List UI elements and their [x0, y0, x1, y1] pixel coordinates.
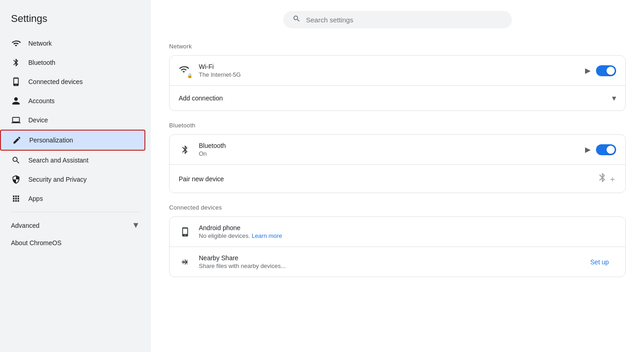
search-bar [283, 11, 512, 28]
sidebar-about-label: About ChromeOS [11, 239, 62, 247]
chevron-down-icon: ▼ [132, 221, 140, 230]
security-privacy-icon [11, 174, 21, 184]
main-content: Network 🔒 Wi-Fi The Internet-5G ▶ [151, 0, 644, 352]
add-connection-expand-icon: ▾ [612, 93, 616, 103]
pair-new-device-label: Pair new device [179, 175, 224, 183]
sidebar-item-search-assistant-label: Search and Assistant [28, 157, 89, 164]
android-phone-icon [179, 226, 192, 238]
accounts-icon [11, 96, 21, 106]
nearby-share-title: Nearby Share [199, 254, 576, 262]
sidebar-item-connected-devices[interactable]: Connected devices [0, 72, 145, 91]
app-title: Settings [0, 7, 151, 34]
nearby-share-icon [179, 256, 192, 268]
connected-devices-icon [11, 77, 21, 87]
bluetooth-icon [11, 58, 21, 68]
android-phone-text: Android phone No eligible devices. Learn… [199, 224, 616, 239]
sidebar-divider [11, 212, 140, 212]
sidebar-item-connected-devices-label: Connected devices [28, 78, 83, 85]
wifi-chevron-icon: ▶ [585, 66, 591, 75]
sidebar-item-apps[interactable]: Apps [0, 189, 145, 208]
bluetooth-chevron-icon: ▶ [585, 145, 591, 154]
android-phone-row[interactable]: Android phone No eligible devices. Learn… [170, 217, 625, 247]
bluetooth-row[interactable]: Bluetooth On ▶ [170, 135, 625, 165]
sidebar-item-network[interactable]: Network [0, 34, 145, 53]
nearby-share-subtitle-text: Share files with nearby devices... [199, 263, 286, 269]
wifi-title: Wi-Fi [199, 63, 578, 70]
bluetooth-toggle[interactable] [596, 144, 616, 155]
android-phone-subtitle-text: No eligible devices. [199, 232, 250, 239]
search-assistant-icon [11, 155, 21, 165]
add-connection-label: Add connection [179, 95, 223, 102]
sidebar-item-security-privacy[interactable]: Security and Privacy [0, 170, 145, 189]
wifi-row-right: ▶ [585, 65, 616, 76]
search-input[interactable] [306, 16, 503, 24]
wifi-toggle-slider [596, 65, 616, 76]
bluetooth-section-header: Bluetooth [169, 122, 626, 129]
nearby-share-setup-button[interactable]: Set up [583, 255, 616, 269]
bluetooth-card: Bluetooth On ▶ Pair new device [169, 134, 626, 193]
sidebar-advanced-label: Advanced [11, 222, 39, 229]
sidebar-item-bluetooth-label: Bluetooth [28, 59, 55, 66]
network-section-header: Network [169, 43, 626, 50]
bluetooth-row-right: ▶ [585, 144, 616, 155]
bluetooth-subtitle: On [199, 150, 578, 157]
bluetooth-row-text: Bluetooth On [199, 142, 578, 157]
wifi-row-icon: 🔒 [179, 64, 192, 77]
nearby-share-row-right: Set up [583, 255, 616, 269]
sidebar-item-search-assistant[interactable]: Search and Assistant [0, 151, 145, 170]
apps-icon [11, 194, 21, 204]
sidebar-item-security-privacy-label: Security and Privacy [28, 176, 87, 183]
android-phone-learn-more-link[interactable]: Learn more [252, 232, 282, 239]
android-phone-title: Android phone [199, 224, 616, 231]
sidebar-item-personalization-label: Personalization [29, 137, 73, 144]
sidebar: Settings Network Bluetooth Connected dev… [0, 0, 151, 352]
search-bar-container [169, 11, 626, 28]
bluetooth-plus-icon [597, 172, 616, 185]
wifi-row-text: Wi-Fi The Internet-5G [199, 63, 578, 78]
search-icon [293, 15, 301, 25]
wifi-toggle[interactable] [596, 65, 616, 76]
wifi-subtitle: The Internet-5G [199, 71, 578, 78]
bluetooth-row-icon [179, 143, 192, 156]
sidebar-item-apps-label: Apps [28, 195, 43, 202]
wifi-row[interactable]: 🔒 Wi-Fi The Internet-5G ▶ [170, 56, 625, 86]
sidebar-item-personalization[interactable]: Personalization [0, 130, 145, 151]
nearby-share-row[interactable]: Nearby Share Share files with nearby dev… [170, 247, 625, 277]
sidebar-item-network-label: Network [28, 40, 52, 47]
wifi-icon [11, 38, 21, 48]
personalization-icon [12, 135, 22, 145]
sidebar-item-advanced[interactable]: Advanced ▼ [0, 216, 151, 235]
network-card: 🔒 Wi-Fi The Internet-5G ▶ Add connection… [169, 55, 626, 111]
sidebar-item-device[interactable]: Device [0, 110, 145, 130]
bluetooth-title: Bluetooth [199, 142, 578, 149]
device-icon [11, 115, 21, 125]
sidebar-item-device-label: Device [28, 116, 48, 124]
connected-devices-section-header: Connected devices [169, 204, 626, 211]
nearby-share-text: Nearby Share Share files with nearby dev… [199, 254, 576, 269]
sidebar-item-accounts-label: Accounts [28, 97, 55, 105]
bluetooth-toggle-slider [596, 144, 616, 155]
nearby-share-subtitle: Share files with nearby devices... [199, 263, 576, 269]
connected-devices-card: Android phone No eligible devices. Learn… [169, 216, 626, 277]
sidebar-item-about[interactable]: About ChromeOS [0, 235, 151, 251]
android-phone-subtitle: No eligible devices. Learn more [199, 232, 616, 239]
pair-new-device-row[interactable]: Pair new device [170, 165, 625, 193]
add-connection-row[interactable]: Add connection ▾ [170, 86, 625, 110]
sidebar-item-accounts[interactable]: Accounts [0, 91, 145, 110]
wifi-lock-icon: 🔒 [187, 73, 192, 78]
sidebar-item-bluetooth[interactable]: Bluetooth [0, 53, 145, 72]
